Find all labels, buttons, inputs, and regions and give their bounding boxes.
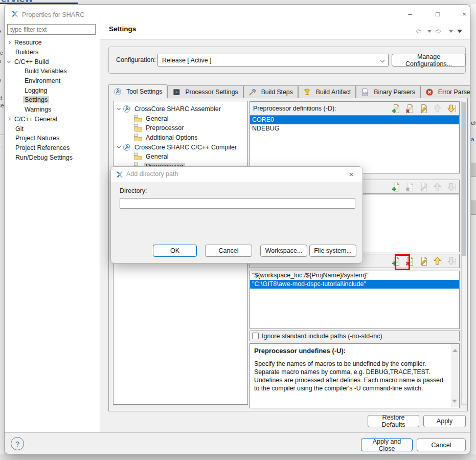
delete-icon[interactable]	[405, 104, 415, 113]
folder-icon	[134, 134, 142, 142]
panel-scrollbar[interactable]	[461, 101, 467, 405]
edge-text: e	[0, 28, 1, 34]
scroll-up-icon[interactable]	[452, 346, 458, 352]
help-button[interactable]: ?	[11, 437, 24, 450]
add-cancel-button[interactable]: Cancel	[205, 245, 252, 257]
chevron-down-icon[interactable]	[7, 59, 11, 63]
definition-item[interactable]: CORE0	[250, 116, 459, 124]
apply-and-close-button[interactable]: Apply and Close	[361, 439, 413, 451]
definition-item[interactable]: NDEBUG	[250, 124, 459, 133]
configuration-value: Release [ Active ]	[162, 57, 212, 64]
tab-build-artifact[interactable]: Build Artifact	[298, 85, 356, 98]
move-down-icon	[447, 256, 456, 266]
edge-text: ce	[0, 102, 4, 108]
tree-item-logging[interactable]: Logging	[5, 85, 100, 95]
move-up-icon	[433, 104, 442, 113]
tree-item-cpp-build[interactable]: C/C++ Build	[5, 57, 100, 67]
ignore-standard-includes-label: Ignore standard include paths (-no-std-i…	[262, 333, 382, 340]
edge-text: cl	[0, 95, 2, 101]
configuration-select[interactable]: Release [ Active ]	[157, 54, 389, 67]
definitions-label: Preprocessor definitions (-D):	[253, 105, 336, 112]
tree-item-run-debug-settings[interactable]: Run/Debug Settings	[5, 152, 100, 162]
error-icon	[425, 88, 434, 96]
minimize-button[interactable]: –	[402, 10, 418, 20]
add-dialog-title: Add directory path	[126, 170, 178, 178]
tool-tree-compiler[interactable]: CrossCore SHARC C/C++ Compiler	[116, 142, 247, 152]
include-path-item[interactable]: "${workspace_loc:/${ProjName}/system}"	[250, 271, 459, 280]
tree-item-cpp-general[interactable]: C/C++ General	[5, 115, 100, 124]
chevron-down-icon[interactable]	[117, 106, 121, 110]
add-icon[interactable]	[392, 104, 401, 113]
forward-dropdown-icon[interactable]	[448, 29, 454, 34]
close-icon[interactable]: ×	[345, 169, 357, 180]
directory-input[interactable]	[120, 198, 355, 209]
properties-tree: Resource Builders C/C++ Build Build Vari…	[5, 38, 100, 162]
back-arrow-icon[interactable]	[414, 27, 422, 35]
edit-icon[interactable]	[419, 256, 428, 266]
tree-item-builders[interactable]: Builders	[5, 48, 100, 57]
history-nav	[414, 27, 463, 35]
tool-tree-additional-options[interactable]: Additional Options	[116, 133, 247, 143]
edge-text: n	[0, 58, 1, 64]
page-title: Settings	[109, 25, 136, 33]
move-up-icon[interactable]	[433, 256, 442, 266]
forward-arrow-icon[interactable]	[435, 27, 443, 35]
chevron-right-icon[interactable]	[7, 117, 11, 121]
tool-tree-assembler[interactable]: CrossCore SHARC Assembler	[116, 104, 247, 114]
tree-item-settings[interactable]: Settings	[5, 95, 100, 105]
close-button[interactable]: ×	[457, 10, 470, 20]
tree-item-environment[interactable]: Environment	[5, 76, 100, 86]
ignore-standard-includes-checkbox[interactable]	[252, 333, 259, 339]
maximize-button[interactable]: □	[430, 10, 445, 20]
tree-item-project-natures[interactable]: Project Natures	[5, 134, 100, 143]
edit-icon[interactable]	[419, 104, 428, 113]
move-up-icon	[433, 182, 442, 191]
include-path-item[interactable]: "C:\GIT8\awe-mod-dspc-tutorial\include"	[250, 280, 459, 289]
tree-item-project-references[interactable]: Project References	[5, 143, 100, 153]
binary-file-icon	[361, 88, 369, 96]
tree-item-git[interactable]: Git	[5, 124, 100, 134]
scroll-down-icon[interactable]	[452, 400, 457, 405]
scrollbar-thumb[interactable]	[462, 102, 466, 256]
add-directory-dialog: Add directory path × Directory: OK Cance…	[110, 166, 363, 264]
move-down-icon[interactable]	[447, 104, 456, 113]
tab-binary-parsers[interactable]: Binary Parsers	[356, 85, 420, 98]
manage-configurations-button[interactable]: Manage Configurations...	[392, 54, 466, 67]
folder-icon	[134, 115, 142, 123]
back-dropdown-icon[interactable]	[427, 29, 432, 34]
screen: erview e re n p cl ce l el a Properties …	[0, 0, 476, 460]
include-paths-list: "${workspace_loc:/${ProjName}/system}" "…	[250, 271, 460, 329]
tool-tree-assembler-general[interactable]: General	[116, 114, 247, 124]
annotation-highlight-box	[395, 254, 410, 270]
edge-text: p	[0, 77, 1, 83]
ok-button[interactable]: OK	[153, 245, 197, 257]
tool-tree-assembler-preprocessor[interactable]: Preprocessor	[116, 123, 247, 133]
restore-defaults-button[interactable]: Restore Defaults	[368, 415, 419, 427]
chevron-right-icon[interactable]	[7, 41, 11, 45]
tool-tree-compiler-general[interactable]: General	[116, 152, 247, 162]
processor-icon	[172, 88, 180, 96]
tab-build-steps[interactable]: Build Steps	[243, 85, 298, 98]
apply-button[interactable]: Apply	[423, 415, 466, 427]
tab-error-parsers[interactable]: Error Parsers	[420, 85, 470, 98]
tab-processor-settings[interactable]: Processor Settings	[167, 85, 243, 98]
cancel-button[interactable]: Cancel	[417, 439, 466, 451]
properties-nav-panel: Resource Builders C/C++ Build Build Vari…	[5, 19, 100, 432]
edge-link-fragment: a	[471, 136, 474, 142]
tree-item-resource[interactable]: Resource	[5, 38, 100, 48]
tree-item-warnings[interactable]: Warnings	[5, 105, 100, 115]
footer-divider	[5, 432, 470, 433]
chevron-down-icon[interactable]	[117, 145, 121, 148]
help-scrollbar[interactable]	[451, 344, 459, 407]
workspace-button[interactable]: Workspace...	[260, 245, 307, 257]
definitions-header: Preprocessor definitions (-D):	[250, 101, 460, 116]
add-icon[interactable]	[392, 182, 401, 191]
edge-text: el	[471, 120, 475, 126]
view-menu-icon[interactable]	[457, 29, 463, 34]
folder-icon	[134, 152, 142, 161]
filter-input[interactable]	[7, 24, 96, 35]
tree-item-build-variables[interactable]: Build Variables	[5, 67, 100, 76]
file-system-button[interactable]: File system...	[309, 245, 356, 257]
middle-section-toolbar	[392, 182, 456, 191]
tab-tool-settings[interactable]: Tool Settings	[108, 84, 167, 98]
